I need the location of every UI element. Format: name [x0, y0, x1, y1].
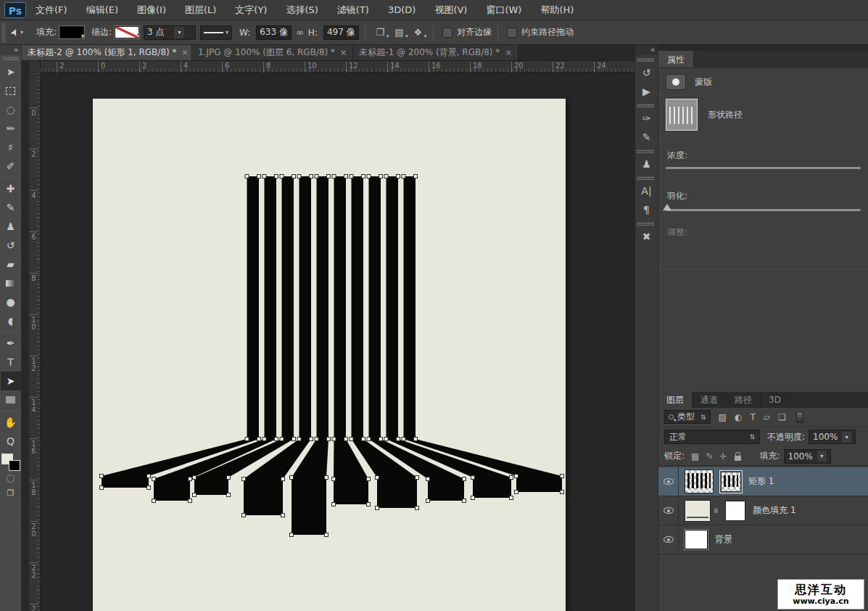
feather-slider[interactable]: [666, 209, 861, 211]
document-tab-1[interactable]: 未标题-2 @ 100% (矩形 1, RGB/8) *×: [22, 45, 192, 60]
menu-item-4[interactable]: 图层(L): [175, 0, 226, 20]
brush-presets-panel-icon[interactable]: ✑: [637, 109, 657, 128]
link-dimensions-icon[interactable]: ∞: [296, 27, 304, 38]
path-selection-tool[interactable]: ➤: [1, 372, 21, 390]
ruler-origin-corner[interactable]: [29, 61, 41, 73]
menu-item-11[interactable]: 帮助(H): [531, 0, 583, 20]
density-slider[interactable]: [666, 167, 861, 169]
filter-adjustment-layers-icon[interactable]: ◐: [735, 412, 742, 422]
constrain-path-drag-checkbox[interactable]: [507, 28, 517, 38]
path-operations-icon[interactable]: ❐▾: [376, 27, 385, 38]
layer-thumbnail[interactable]: [685, 500, 711, 522]
filter-smart-objects-icon[interactable]: ❏: [778, 412, 786, 422]
background-color-swatch[interactable]: [9, 460, 20, 471]
menu-item-10[interactable]: 窗口(W): [476, 0, 531, 20]
fill-field[interactable]: 100% ▾: [784, 449, 831, 464]
menu-item-7[interactable]: 滤镜(T): [328, 0, 379, 20]
path-alignment-icon[interactable]: ▤▾: [394, 27, 403, 38]
blend-mode-select[interactable]: 正常 ⇅: [664, 430, 760, 444]
shape-height-field[interactable]: 497 像: [323, 25, 359, 40]
close-tab-icon[interactable]: ×: [340, 48, 347, 57]
brush-tool[interactable]: ✎: [1, 198, 21, 217]
close-tab-icon[interactable]: ×: [182, 48, 189, 57]
filter-shape-layers-icon[interactable]: ▱: [764, 412, 770, 422]
stroke-style-select[interactable]: ▾: [200, 25, 232, 40]
document-tab-3[interactable]: 未标题-1 @ 200% (背景, RGB/8) *×: [353, 45, 518, 60]
healing-brush-tool[interactable]: ✚: [1, 179, 21, 198]
shape-path-thumbnail[interactable]: [666, 99, 698, 131]
eyedropper-tool[interactable]: ✐: [1, 157, 21, 176]
layer-thumbnail[interactable]: [685, 530, 708, 549]
brush-settings-panel-icon[interactable]: ✎: [637, 128, 657, 147]
lock-position-icon[interactable]: ✛: [719, 451, 727, 462]
layer-row-1[interactable]: 矩形 1: [658, 467, 868, 496]
menu-item-5[interactable]: 文字(Y): [226, 0, 276, 20]
current-tool-button[interactable]: ➤ ▾: [10, 27, 23, 38]
fill-color-swatch[interactable]: ▾: [59, 26, 84, 38]
paragraph-panel-icon[interactable]: ¶: [637, 200, 657, 219]
menu-item-9[interactable]: 视图(V): [425, 0, 476, 20]
marquee-tool[interactable]: [1, 81, 21, 100]
gradient-tool[interactable]: [1, 274, 21, 292]
history-brush-tool[interactable]: ↺: [1, 236, 21, 255]
horizontal-ruler[interactable]: 2024681012141618202224: [41, 61, 635, 73]
layer-thumbnail[interactable]: [685, 469, 714, 493]
path-arrangement-icon[interactable]: ❖▾: [414, 27, 423, 38]
clone-source-panel-icon[interactable]: ♟: [637, 155, 657, 173]
layer-visibility-toggle[interactable]: [658, 467, 679, 496]
menu-item-2[interactable]: 编辑(E): [77, 0, 128, 20]
collapse-tools-icon[interactable]: »: [0, 45, 21, 55]
pen-tool[interactable]: ✒: [1, 334, 21, 353]
filter-pixel-layers-icon[interactable]: ▨: [719, 412, 727, 422]
eraser-tool[interactable]: ▰: [1, 255, 21, 274]
layer-visibility-toggle[interactable]: [658, 496, 679, 525]
layer-mask-thumbnail[interactable]: [725, 501, 745, 521]
stroke-color-swatch[interactable]: ▾: [115, 26, 139, 38]
stroke-width-select[interactable]: 3 点 ▾: [144, 25, 196, 40]
menu-item-3[interactable]: 图像(I): [128, 0, 175, 20]
layer-row-3[interactable]: 背景: [658, 525, 868, 554]
tab-properties[interactable]: 属性: [658, 51, 694, 67]
close-tab-icon[interactable]: ×: [505, 48, 511, 57]
pixel-mask-icon[interactable]: [666, 74, 686, 90]
history-panel-icon[interactable]: ↺: [637, 63, 657, 82]
layer-row-2[interactable]: ∞颜色填充 1: [658, 496, 868, 525]
blur-tool[interactable]: ●: [1, 292, 21, 311]
shape-width-field[interactable]: 633 像: [256, 25, 292, 40]
lock-image-pixels-icon[interactable]: ✎: [706, 451, 713, 462]
quick-mask-button[interactable]: [1, 471, 21, 485]
type-tool[interactable]: T: [1, 353, 21, 372]
actions-panel-icon[interactable]: ▶: [637, 82, 657, 101]
rectangle-tool[interactable]: [1, 390, 21, 409]
character-panel-icon[interactable]: A|: [637, 181, 657, 200]
vertical-ruler[interactable]: 024681 01 21 41 61 82 02 22 4: [29, 73, 41, 611]
lasso-tool[interactable]: ◌: [1, 100, 21, 119]
expand-panels-icon[interactable]: «: [635, 45, 658, 55]
lock-transparent-pixels-icon[interactable]: ▩: [691, 451, 699, 462]
crop-tool[interactable]: ♯: [1, 138, 21, 157]
clone-stamp-tool[interactable]: ♟: [1, 217, 21, 236]
align-edges-checkbox[interactable]: [442, 28, 452, 38]
lock-all-icon[interactable]: [735, 456, 741, 461]
vector-mask-thumbnail[interactable]: [721, 472, 741, 492]
layer-visibility-toggle[interactable]: [658, 525, 679, 554]
tab-路径[interactable]: 路径: [727, 392, 761, 408]
layer-filter-toggle[interactable]: [796, 411, 803, 423]
tool-presets-panel-icon[interactable]: ✖: [637, 227, 657, 246]
quick-selection-tool[interactable]: ✏: [1, 119, 21, 138]
feather-slider-handle[interactable]: [663, 204, 671, 210]
menu-item-8[interactable]: 3D(D): [379, 0, 425, 20]
zoom-tool[interactable]: Q: [1, 432, 21, 451]
menu-item-6[interactable]: 选择(S): [276, 0, 327, 20]
hand-tool[interactable]: ✋: [1, 413, 21, 432]
tab-3D[interactable]: 3D: [761, 392, 790, 408]
screen-mode-button[interactable]: ❐: [1, 485, 21, 500]
dodge-tool[interactable]: ◖: [1, 311, 21, 330]
filter-type-layers-icon[interactable]: T: [750, 412, 755, 422]
opacity-field[interactable]: 100% ▾: [809, 430, 856, 444]
layer-filter-type-select[interactable]: 类型 ⇅: [664, 410, 711, 424]
canvas[interactable]: [93, 99, 566, 611]
document-tab-2[interactable]: 1.JPG @ 100% (图层 6, RGB/8) *×: [192, 45, 353, 60]
move-tool[interactable]: ➤: [1, 62, 21, 81]
tab-通道[interactable]: 通道: [693, 392, 727, 408]
